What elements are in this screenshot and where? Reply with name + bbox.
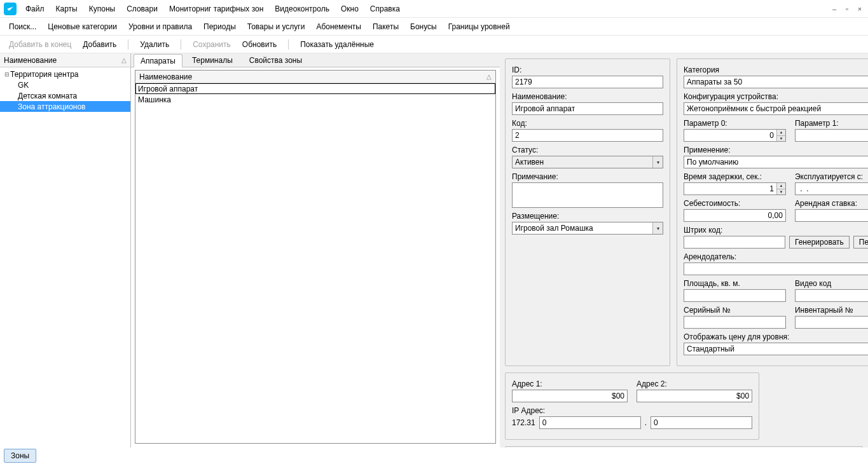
tb-delete[interactable]: Удалить	[137, 39, 172, 50]
lbl-rent: Арендная ставка:	[795, 199, 868, 208]
menu-coupons[interactable]: Купоны	[86, 3, 118, 15]
lbl-serial: Серийный №	[684, 306, 786, 315]
generate-button[interactable]: Генерировать	[789, 236, 850, 249]
print-button[interactable]: Печатать	[853, 236, 868, 249]
addr1-field[interactable]	[512, 390, 628, 402]
zone-tree: ⊟ Территория центра GK Детская комната З…	[0, 67, 130, 447]
barcode-field[interactable]	[684, 236, 785, 249]
chevron-down-icon[interactable]: ▾	[652, 156, 663, 168]
menu-window[interactable]: Окно	[338, 3, 361, 15]
menu-dicts[interactable]: Словари	[124, 3, 160, 15]
tree-item-gk[interactable]: GK	[0, 79, 130, 90]
delay-field[interactable]	[684, 182, 786, 195]
tb-add-end: Добавить в конец	[6, 39, 74, 50]
spin-down-icon[interactable]: ▼	[776, 189, 785, 195]
tree-header-label: Наименование	[4, 56, 57, 65]
zones-button[interactable]: Зоны	[4, 449, 36, 463]
sub-levels-rules[interactable]: Уровни и правила	[126, 21, 195, 32]
lbl-category: Категория	[684, 65, 868, 74]
sub-price-categories[interactable]: Ценовые категории	[45, 21, 120, 32]
apply-select[interactable]	[684, 156, 868, 168]
lbl-name: Наименование:	[512, 92, 663, 101]
serial-field[interactable]	[684, 316, 786, 329]
ip-oct3-field[interactable]	[539, 416, 641, 429]
lessor-select[interactable]	[684, 263, 868, 275]
area-field[interactable]	[684, 289, 786, 302]
lbl-addr2: Адрес 2:	[637, 379, 752, 388]
sub-menu: Поиск... Ценовые категории Уровни и прав…	[0, 18, 868, 36]
menu-help[interactable]: Справка	[368, 3, 403, 15]
chevron-down-icon[interactable]: ▾	[652, 222, 663, 234]
cost-field[interactable]	[684, 209, 786, 222]
tree-header[interactable]: Наименование △	[0, 53, 130, 67]
sub-bonuses[interactable]: Бонусы	[408, 21, 439, 32]
lbl-addr1: Адрес 1:	[512, 379, 628, 388]
sub-goods[interactable]: Товары и услуги	[245, 21, 308, 32]
exploit-select[interactable]	[795, 182, 868, 195]
sub-packages[interactable]: Пакеты	[370, 21, 401, 32]
sort-icon: △	[486, 73, 492, 80]
spin-up-icon[interactable]: ▲	[776, 183, 785, 189]
lbl-exploit: Эксплуатируется с:	[795, 172, 868, 181]
code-field[interactable]	[512, 129, 663, 142]
lbl-param1: Параметр 1:	[795, 119, 868, 128]
addr2-field[interactable]	[637, 390, 752, 402]
inventory-field[interactable]	[795, 316, 868, 329]
device-list-header[interactable]: Наименование △	[135, 71, 495, 83]
lbl-devconf: Конфигурация устройства:	[684, 92, 868, 101]
tab-terminals[interactable]: Терминалы	[185, 53, 240, 67]
lbl-note: Примечание:	[512, 172, 663, 181]
menu-file[interactable]: Файл	[23, 3, 47, 15]
tab-zone-props[interactable]: Свойства зоны	[242, 53, 309, 67]
showprice-select[interactable]	[684, 343, 868, 355]
tb-refresh[interactable]: Обновить	[240, 39, 279, 50]
list-item[interactable]: Игровой аппарат	[135, 83, 495, 94]
lbl-barcode: Штрих код:	[684, 226, 868, 235]
menu-tariff[interactable]: Мониторниг тарифных зон	[167, 3, 266, 15]
device-list-header-label: Наименование	[139, 72, 192, 81]
spin-down-icon[interactable]: ▼	[776, 136, 785, 142]
param1-field[interactable]	[795, 129, 868, 142]
lbl-param0: Параметр 0:	[684, 119, 786, 128]
sub-search[interactable]: Поиск...	[6, 21, 39, 32]
devconf-select[interactable]	[684, 102, 868, 115]
window-close-icon[interactable]: ×	[855, 4, 864, 13]
lbl-apply: Применение:	[684, 146, 868, 154]
tb-save: Сохранить	[190, 39, 233, 50]
videocode-field[interactable]	[795, 289, 868, 302]
tree-item-kids[interactable]: Детская комната	[0, 90, 130, 101]
note-field[interactable]	[512, 182, 663, 208]
name-field[interactable]	[512, 102, 663, 115]
sub-subscriptions[interactable]: Абонементы	[313, 21, 364, 32]
tree-item-attractions[interactable]: Зона аттракционов	[0, 101, 130, 112]
window-restore-icon[interactable]: ▫	[843, 4, 851, 13]
tb-add[interactable]: Добавить	[80, 39, 119, 50]
lbl-showprice: Отображать цену для уровня:	[684, 332, 868, 341]
menu-cards[interactable]: Карты	[53, 3, 80, 15]
lbl-videocode: Видео код	[795, 279, 868, 288]
tabs: Аппараты Терминалы Свойства зоны	[131, 53, 500, 67]
id-field[interactable]	[512, 76, 663, 88]
app-icon	[4, 3, 17, 15]
tree-root-label: Территория центра	[10, 70, 79, 79]
tree-root[interactable]: ⊟ Территория центра	[0, 69, 130, 79]
ip-dot: .	[645, 418, 647, 427]
lbl-place: Размещение:	[512, 212, 663, 221]
window-minimize-icon[interactable]: –	[830, 4, 839, 13]
menu-bar: Файл Карты Купоны Словари Мониторниг тар…	[0, 0, 868, 18]
tb-show-deleted[interactable]: Показать удалённые	[298, 39, 376, 50]
lbl-ipaddr: IP Адрес:	[512, 406, 752, 415]
list-item[interactable]: Машинка	[135, 94, 495, 105]
place-select[interactable]	[512, 222, 663, 235]
sub-level-bounds[interactable]: Границы уровней	[446, 21, 513, 32]
spin-up-icon[interactable]: ▲	[776, 130, 785, 136]
status-select[interactable]	[512, 156, 663, 168]
category-select[interactable]	[684, 76, 868, 88]
menu-video[interactable]: Видеоконтроль	[272, 3, 332, 15]
tab-devices[interactable]: Аппараты	[134, 54, 183, 67]
sub-periods[interactable]: Периоды	[201, 21, 238, 32]
tree-collapse-icon[interactable]: ⊟	[4, 71, 10, 78]
ip-oct4-field[interactable]	[651, 416, 752, 429]
rent-field[interactable]	[795, 209, 868, 222]
param0-field[interactable]	[684, 129, 786, 142]
